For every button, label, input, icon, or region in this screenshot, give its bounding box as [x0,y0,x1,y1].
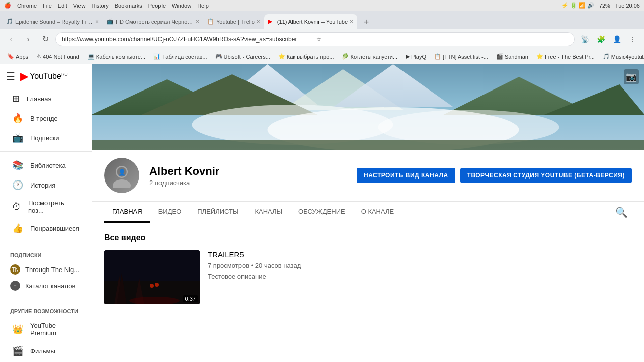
sidebar-divider-3 [0,298,92,298]
bookmark-star[interactable]: ☆ [316,36,568,43]
bookmark-table-icon: 📊 [153,53,160,60]
tabs-bar: 🎵 Epidemic Sound – Royalty Fre... × 📺 HD… [0,11,644,29]
reload-button[interactable]: ↻ [38,32,52,46]
configure-channel-button[interactable]: НАСТРОИТЬ ВИД КАНАЛА [357,168,455,183]
bookmark-404[interactable]: ⚠ 404 Not Found [33,52,83,61]
watch-later-icon: ⏱ [12,202,21,212]
menu-dots-icon[interactable]: ⋮ [626,32,640,46]
apple-menu[interactable]: 🍎 [4,2,11,9]
sidebar-label-catalog: Каталог каналов [25,282,75,290]
browser-frame: 🎵 Epidemic Sound – Royalty Fre... × 📺 HD… [0,11,644,362]
sidebar-item-catalog[interactable]: ≡ Каталог каналов [0,278,92,294]
new-tab-button[interactable]: + [359,15,373,29]
menu-edit[interactable]: Edit [58,3,67,9]
avatar-image: 👤 [109,163,134,188]
bookmark-kotlety-label: Котлеты капусти... [350,54,397,60]
tab-close-1[interactable]: × [95,18,99,25]
bookmark-music4yt[interactable]: 🎵 Music4youtube [600,52,644,61]
menu-view[interactable]: View [73,3,86,9]
sidebar-item-premium[interactable]: 👑 YouTube Premium [2,318,90,341]
banner-illustration [92,64,644,150]
tab-close-2[interactable]: × [196,18,199,25]
menu-window[interactable]: Window [172,3,191,9]
address-bar[interactable]: https://www.youtube.com/channel/UCj-nOJ7… [55,32,575,46]
tab-close-3[interactable]: × [257,18,260,25]
sidebar-item-library[interactable]: 📚 Библиотека [2,156,90,175]
sidebar-item-liked[interactable]: 👍 Понравившиеся [2,219,90,238]
bookmark-404-icon: ⚠ [36,53,41,60]
video-title[interactable]: TRAILER5 [208,250,632,259]
tab-main[interactable]: ГЛАВНАЯ [104,202,150,223]
bookmark-ubisoft-label: Ubisoft - Careers... [224,54,270,60]
sidebar-item-home[interactable]: ⊞ Главная [2,89,90,108]
nav-icons: 📡 🧩 👤 ⋮ [578,32,640,46]
sidebar-item-history[interactable]: 🕐 История [2,175,90,195]
tab-favicon-4: ▶ [268,18,275,25]
bookmark-playq[interactable]: ▶ PlayQ [403,52,429,61]
back-button[interactable]: ‹ [4,32,18,46]
bookmark-cable[interactable]: 💻 Кабель компьюте... [85,52,148,61]
browser-tab-4[interactable]: ▶ (11) Albert Kovnir – YouTube × [264,14,357,29]
channel-tabs-bar: ГЛАВНАЯ ВИДЕО ПЛЕЙЛИСТЫ КАНАЛЫ ОБСУЖДЕНИ… [92,202,644,223]
browser-tab-1[interactable]: 🎵 Epidemic Sound – Royalty Fre... × [2,14,103,29]
banner-camera-button[interactable]: 📷 [624,69,639,84]
sidebar-item-trending[interactable]: 🔥 В тренде [2,109,90,128]
extensions-icon[interactable]: 🧩 [594,32,608,46]
bookmark-kotlety[interactable]: 🥬 Котлеты капусти... [339,52,400,61]
history-icon: 🕐 [12,179,23,191]
bookmark-ttn[interactable]: 📋 [TTN] Asset list -... [431,52,491,61]
sidebar-label-library: Библиотека [30,162,66,169]
bookmark-table-label: Таблица состав... [162,54,207,60]
tab-videos[interactable]: ВИДЕО [150,202,190,223]
sidebar-label-liked: Понравившиеся [30,225,79,232]
sidebar-item-watch-later[interactable]: ⏱ Посмотреть поз... [2,195,90,218]
hamburger-menu[interactable]: ☰ [6,70,15,82]
video-thumbnail[interactable]: 0:37 [104,250,200,304]
clock: Tue 20:06 [615,3,640,9]
sidebar-item-subscriptions[interactable]: 📺 Подписки [2,128,90,147]
bookmark-sandman-icon: 🎬 [496,53,503,60]
tab-close-4[interactable]: × [350,18,353,25]
sidebar-item-through-nig[interactable]: TN Through The Nig... [0,261,92,278]
channel-action-buttons: НАСТРОИТЬ ВИД КАНАЛА ТВОРЧЕСКАЯ СТУДИЯ Y… [357,168,632,183]
channel-info-section: 👤 Albert Kovnir 2 подписчика НАСТРОИТЬ В… [92,150,644,202]
bookmark-ttn-label: [TTN] Asset list -... [443,54,488,60]
bookmark-choose[interactable]: ⭐ Как выбрать про... [275,52,337,61]
section-title-all-videos: Все видео [104,233,632,242]
cast-icon[interactable]: 📡 [578,32,592,46]
sidebar-divider-2 [0,242,92,242]
video-meta: 7 просмотров • 20 часов назад [208,262,632,269]
menu-people[interactable]: People [148,3,166,9]
youtube-logo[interactable]: ▶ YouTubeRU [20,70,68,82]
bookmark-free-icon: ⭐ [536,53,543,60]
menu-help[interactable]: Help [197,3,209,9]
user-account-icon[interactable]: 👤 [610,32,624,46]
svg-point-23 [155,283,159,287]
forward-button[interactable]: › [21,32,35,46]
movies-icon: 🎬 [12,345,23,356]
menu-chrome[interactable]: Chrome [17,3,37,9]
subscriptions-icon: 📺 [12,132,23,143]
bookmark-apps[interactable]: 🔖 Apps [4,52,31,61]
browser-tab-3[interactable]: 📋 Youtube | Trello × [203,14,264,29]
navigation-bar: ‹ › ↻ https://www.youtube.com/channel/UC… [0,29,644,49]
svg-point-10 [378,110,559,145]
menu-bookmarks[interactable]: Bookmarks [115,3,142,9]
tab-discussion[interactable]: ОБСУЖДЕНИЕ [290,202,353,223]
bookmark-ubisoft[interactable]: 🎮 Ubisoft - Careers... [212,52,273,61]
tab-playlists[interactable]: ПЛЕЙЛИСТЫ [189,202,247,223]
bookmark-sandman[interactable]: 🎬 Sandman [493,52,531,61]
tab-about[interactable]: О КАНАЛЕ [353,202,403,223]
bookmark-table[interactable]: 📊 Таблица состав... [150,52,210,61]
bookmark-apps-label: Apps [16,54,28,60]
browser-tab-2[interactable]: 📺 HD Смотреть сериал Чернобыл... × [103,14,203,29]
bookmark-free[interactable]: ⭐ Free - The Best Pr... [533,52,598,61]
sidebar-item-movies[interactable]: 🎬 Фильмы [2,341,90,360]
videos-section: Все видео [92,223,644,314]
creative-studio-button[interactable]: ТВОРЧЕСКАЯ СТУДИЯ YOUTUBE (БЕТА-ВЕРСИЯ) [460,168,632,183]
tab-channels[interactable]: КАНАЛЫ [247,202,290,223]
menu-history[interactable]: History [91,3,108,9]
tab-search-icon[interactable]: 🔍 [611,202,632,222]
menu-file[interactable]: File [43,3,52,9]
youtube-logo-text: YouTubeRU [30,72,68,81]
